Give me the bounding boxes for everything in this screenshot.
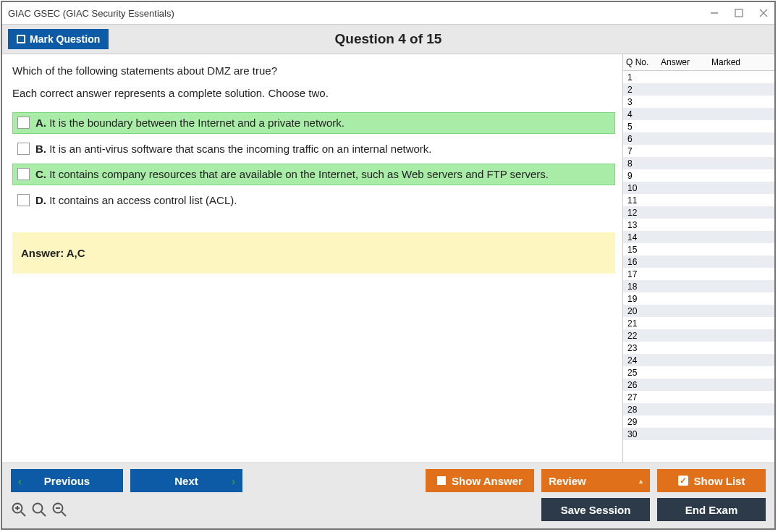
- mark-question-button[interactable]: Mark Question: [8, 29, 109, 49]
- app-window: GIAC GSEC (GIAC Security Essentials) Mar…: [1, 1, 776, 530]
- list-row[interactable]: 27: [623, 391, 774, 403]
- option-b-checkbox[interactable]: [17, 143, 30, 155]
- svg-line-5: [21, 512, 25, 516]
- list-row[interactable]: 13: [623, 219, 774, 231]
- answer-label: Answer: A,C: [21, 247, 85, 259]
- chevron-left-icon: ‹: [18, 475, 22, 487]
- list-row[interactable]: 14: [623, 231, 774, 243]
- option-d-text: D. It contains an access control list (A…: [35, 193, 237, 208]
- list-header: Q No. Answer Marked: [623, 54, 774, 71]
- list-row[interactable]: 8: [623, 157, 774, 169]
- list-row[interactable]: 11: [623, 194, 774, 206]
- end-exam-button[interactable]: End Exam: [657, 498, 766, 521]
- list-row[interactable]: 18: [623, 280, 774, 292]
- svg-rect-1: [735, 9, 743, 17]
- option-b-text: B. It is an anti-virus software that sca…: [35, 142, 431, 156]
- list-row[interactable]: 2: [623, 83, 774, 96]
- list-row[interactable]: 10: [623, 182, 774, 194]
- list-head-answer: Answer: [658, 54, 709, 70]
- list-row[interactable]: 30: [623, 428, 774, 440]
- option-a[interactable]: A. It is the boundary between the Intern…: [12, 112, 615, 134]
- titlebar: GIAC GSEC (GIAC Security Essentials): [2, 2, 774, 24]
- check-icon: ✓: [678, 476, 688, 486]
- svg-point-8: [33, 504, 43, 513]
- list-row[interactable]: 23: [623, 342, 774, 354]
- list-row[interactable]: 9: [623, 169, 774, 182]
- list-row[interactable]: 28: [623, 403, 774, 415]
- list-row[interactable]: 12: [623, 206, 774, 219]
- save-session-button[interactable]: Save Session: [541, 498, 650, 521]
- list-row[interactable]: 3: [623, 96, 774, 108]
- list-row[interactable]: 24: [623, 354, 774, 366]
- list-row[interactable]: 1: [623, 71, 774, 83]
- window-title: GIAC GSEC (GIAC Security Essentials): [8, 8, 174, 19]
- show-list-button[interactable]: ✓ Show List: [657, 469, 766, 492]
- next-button[interactable]: Next ›: [130, 469, 242, 492]
- list-row[interactable]: 6: [623, 132, 774, 145]
- previous-button[interactable]: ‹ Previous: [11, 469, 123, 492]
- zoom-controls: [11, 502, 67, 518]
- list-row[interactable]: 15: [623, 243, 774, 256]
- option-a-text: A. It is the boundary between the Intern…: [35, 116, 344, 130]
- question-list[interactable]: 1234567891011121314151617181920212223242…: [623, 71, 774, 463]
- close-button[interactable]: [758, 8, 769, 18]
- list-row[interactable]: 22: [623, 329, 774, 342]
- footer-nav: ‹ Previous Next › Show Answer Review ▴ ✓…: [2, 463, 774, 495]
- zoom-in-icon[interactable]: [11, 502, 27, 518]
- window-controls: [709, 8, 769, 18]
- list-row[interactable]: 21: [623, 317, 774, 329]
- option-c-checkbox[interactable]: [17, 168, 30, 180]
- answer-box: Answer: A,C: [12, 232, 615, 274]
- list-row[interactable]: 5: [623, 120, 774, 132]
- list-row[interactable]: 19: [623, 292, 774, 305]
- option-b[interactable]: B. It is an anti-virus software that sca…: [12, 138, 615, 160]
- zoom-reset-icon[interactable]: [31, 502, 47, 518]
- list-row[interactable]: 20: [623, 305, 774, 317]
- minimize-button[interactable]: [709, 8, 719, 18]
- question-stem-2: Each correct answer represents a complet…: [12, 87, 615, 99]
- question-list-panel: Q No. Answer Marked 12345678910111213141…: [622, 54, 774, 463]
- list-row[interactable]: 7: [623, 145, 774, 157]
- show-answer-button[interactable]: Show Answer: [426, 469, 534, 492]
- svg-line-11: [62, 512, 66, 516]
- mark-question-label: Mark Question: [30, 33, 100, 45]
- chevron-right-icon: ›: [232, 475, 235, 487]
- header-bar: Mark Question Question 4 of 15: [2, 24, 774, 54]
- question-area: Which of the following statements about …: [2, 54, 622, 463]
- review-button[interactable]: Review ▴: [541, 469, 650, 492]
- option-c[interactable]: C. It contains company resources that ar…: [12, 164, 615, 185]
- dropdown-arrow-icon: ▴: [639, 477, 643, 485]
- list-row[interactable]: 25: [623, 366, 774, 379]
- maximize-button[interactable]: [734, 8, 744, 18]
- list-head-marked: Marked: [709, 54, 774, 70]
- stop-icon: [437, 476, 446, 485]
- option-a-checkbox[interactable]: [17, 117, 30, 129]
- option-d[interactable]: D. It contains an access control list (A…: [12, 190, 615, 211]
- list-row[interactable]: 29: [623, 415, 774, 428]
- list-row[interactable]: 16: [623, 256, 774, 268]
- list-row[interactable]: 4: [623, 108, 774, 120]
- mark-checkbox-icon: [17, 35, 25, 43]
- list-row[interactable]: 26: [623, 379, 774, 391]
- option-c-text: C. It contains company resources that ar…: [35, 167, 549, 182]
- list-row[interactable]: 17: [623, 268, 774, 280]
- question-counter: Question 4 of 15: [335, 31, 442, 47]
- main-row: Which of the following statements about …: [2, 54, 774, 463]
- svg-line-9: [41, 512, 46, 516]
- footer-bottom: Save Session End Exam: [2, 495, 774, 528]
- list-head-no: Q No.: [623, 54, 658, 70]
- zoom-out-icon[interactable]: [51, 502, 67, 518]
- option-d-checkbox[interactable]: [17, 194, 30, 206]
- question-stem-1: Which of the following statements about …: [12, 64, 615, 77]
